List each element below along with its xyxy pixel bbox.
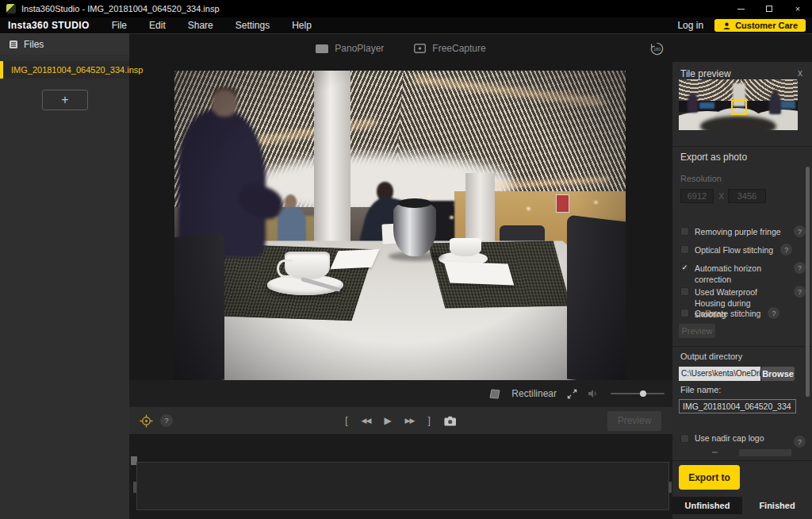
previous-frame-button[interactable]: ◀◀: [362, 417, 371, 425]
svg-text:180: 180: [653, 47, 661, 52]
app-logo-icon: [6, 4, 16, 13]
option-horizon-correction[interactable]: ✓ Automatic horizon correction ?: [680, 263, 806, 285]
preview-button[interactable]: Preview: [607, 411, 661, 431]
clipped-control: [712, 452, 718, 453]
minimize-button[interactable]: [726, 0, 755, 17]
customer-care-label: Customer Care: [735, 21, 798, 30]
viewer-control-bar: Rectilinear: [129, 380, 672, 407]
volume-slider-knob[interactable]: [640, 390, 646, 397]
window-title: Insta360Studio - IMG_20181004_064520_334…: [21, 4, 220, 13]
recenter-crosshair-icon[interactable]: [140, 414, 153, 428]
brand-logo: Insta360 STUDIO: [8, 20, 90, 31]
output-directory-input[interactable]: C:\Users\kenta\OneDri: [679, 367, 760, 381]
option-label: Automatic horizon correction: [695, 263, 795, 285]
thumb-person: [688, 94, 699, 113]
tile-preview-title: Tile preview: [680, 68, 731, 79]
tab-freecapture-label: FreeCapture: [432, 43, 485, 54]
set-out-point-button[interactable]: ]: [427, 415, 430, 426]
menu-edit[interactable]: Edit: [149, 20, 166, 31]
close-button[interactable]: ×: [783, 0, 812, 17]
stitch-preview-button[interactable]: Preview: [679, 324, 715, 338]
panel-divider: [672, 460, 812, 461]
checkbox-unchecked[interactable]: [680, 245, 689, 254]
projection-icon[interactable]: [489, 389, 501, 399]
resolution-x-separator: X: [718, 191, 724, 201]
output-directory-label: Output directory: [680, 352, 742, 361]
customer-care-button[interactable]: Customer Care: [714, 19, 806, 32]
selected-file-indicator: [0, 61, 3, 79]
resolution-height-input[interactable]: 3456: [728, 189, 766, 203]
export-to-button[interactable]: Export to: [679, 465, 740, 490]
option-optical-flow[interactable]: Optical Flow stitching ?: [680, 244, 806, 256]
help-icon[interactable]: ?: [768, 307, 779, 319]
option-label: Calibrate stitching: [695, 308, 760, 319]
add-file-button[interactable]: +: [42, 90, 88, 110]
checkbox-unchecked[interactable]: [680, 227, 689, 236]
tab-freecapture[interactable]: FreeCapture: [414, 43, 485, 54]
tab-finished[interactable]: Finished: [742, 497, 812, 514]
set-in-point-button[interactable]: [: [345, 415, 347, 426]
file-name-label: IMG_20181004_064520_334.insp: [11, 65, 143, 75]
plus-icon: +: [61, 93, 68, 107]
clipped-control: [739, 449, 791, 456]
files-list-icon: [9, 40, 18, 49]
option-nadir-logo[interactable]: Use nadir cap logo ?: [680, 432, 806, 444]
thumb-person: [769, 93, 781, 114]
panel-divider: [672, 346, 812, 347]
viewer-tab-bar: PanoPlayer FreeCapture 180: [129, 34, 672, 63]
help-icon[interactable]: ?: [794, 225, 806, 237]
panel-scrollbar[interactable]: [806, 167, 810, 397]
help-icon[interactable]: ?: [794, 286, 806, 298]
panoplayer-icon: [316, 44, 328, 53]
file-name-label: File name:: [680, 385, 721, 394]
volume-icon[interactable]: [588, 389, 599, 398]
transport-controls: [ ◀◀ ▶ ▶▶ ]: [345, 415, 457, 426]
snapshot-camera-icon[interactable]: [444, 416, 457, 426]
menu-file[interactable]: File: [112, 20, 127, 31]
timeline-left-handle[interactable]: [133, 482, 136, 493]
export-status-tabs: Unfinished Finished: [672, 497, 812, 514]
option-calibrate-stitching[interactable]: Calibrate stitching ?: [680, 308, 806, 319]
browse-button[interactable]: Browse: [761, 367, 795, 381]
help-icon[interactable]: ?: [780, 244, 792, 256]
tile-preview-thumbnail[interactable]: [679, 79, 798, 130]
help-icon[interactable]: ?: [794, 262, 806, 274]
timeline-right-handle[interactable]: [668, 482, 672, 493]
panel-divider: [672, 146, 812, 147]
playback-bar: ? [ ◀◀ ▶ ▶▶ ] Preview: [129, 407, 672, 434]
projection-label[interactable]: Rectilinear: [511, 388, 557, 399]
tab-panoplayer[interactable]: PanoPlayer: [316, 43, 384, 54]
checkbox-unchecked[interactable]: [680, 434, 689, 443]
fullscreen-icon[interactable]: [567, 389, 577, 399]
file-name-input[interactable]: IMG_20181004_064520_334: [679, 399, 796, 413]
login-link[interactable]: Log in: [677, 20, 703, 31]
option-purple-fringe[interactable]: Removing purple fringe ?: [680, 226, 806, 237]
resolution-width-input[interactable]: 6912: [680, 189, 714, 203]
rotate-360-icon[interactable]: 180: [649, 41, 665, 56]
tab-unfinished[interactable]: Unfinished: [672, 497, 742, 514]
title-bar: Insta360Studio - IMG_20181004_064520_334…: [0, 0, 812, 17]
panorama-photo-canvas[interactable]: [174, 71, 626, 380]
thumb-screen: [699, 102, 715, 109]
checkbox-unchecked[interactable]: [680, 309, 689, 317]
menu-bar: Insta360 STUDIO File Edit Share Settings…: [0, 17, 812, 33]
tile-preview-close-icon[interactable]: x: [798, 67, 802, 79]
menu-settings[interactable]: Settings: [236, 20, 270, 31]
volume-slider[interactable]: [611, 393, 665, 394]
viewer-area: PanoPlayer FreeCapture 180: [129, 33, 672, 519]
help-button[interactable]: ?: [160, 414, 173, 427]
checkbox-unchecked[interactable]: [680, 287, 689, 296]
menu-share[interactable]: Share: [188, 20, 213, 31]
help-icon[interactable]: ?: [794, 436, 806, 448]
tile-selection-box[interactable]: [731, 100, 747, 115]
maximize-button[interactable]: [755, 0, 783, 17]
thumb-table-shadow: [700, 116, 776, 130]
checkbox-checked[interactable]: ✓: [680, 263, 689, 272]
file-list-item[interactable]: IMG_20181004_064520_334.insp: [0, 61, 129, 79]
play-button[interactable]: ▶: [384, 415, 391, 426]
thumb-screen: [779, 101, 795, 109]
menu-help[interactable]: Help: [292, 20, 312, 31]
timeline-track[interactable]: [136, 462, 669, 510]
resolution-label: Resolution: [680, 174, 722, 183]
next-frame-button[interactable]: ▶▶: [405, 417, 415, 425]
